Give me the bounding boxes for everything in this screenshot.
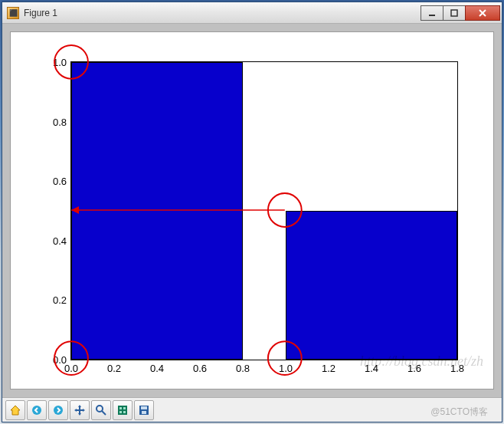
- svg-point-2: [32, 406, 41, 415]
- titlebar: ⬛ Figure 1: [2, 2, 502, 24]
- close-icon: [478, 8, 487, 18]
- y-tick-label: 0.8: [53, 116, 67, 127]
- svg-rect-10: [123, 411, 126, 413]
- y-tick-label: 0.4: [53, 235, 67, 246]
- watermark-attrib: @51CTO博客: [430, 406, 488, 419]
- window-title: Figure 1: [24, 8, 57, 18]
- x-tick-label: 1.4: [365, 363, 378, 374]
- bar-rect: [71, 62, 243, 360]
- svg-rect-12: [141, 406, 147, 409]
- svg-rect-13: [142, 411, 146, 414]
- svg-rect-6: [118, 406, 127, 415]
- x-tick-label: 0.0: [64, 363, 78, 374]
- save-icon: [138, 404, 150, 416]
- maximize-icon: [450, 9, 458, 17]
- x-tick-label: 1.0: [279, 363, 293, 374]
- svg-rect-1: [451, 10, 457, 16]
- minimize-icon: [428, 9, 436, 17]
- svg-point-3: [54, 406, 63, 415]
- toolbar-zoom-button[interactable]: [91, 400, 111, 420]
- app-icon: ⬛: [7, 7, 19, 19]
- window-controls: [421, 5, 500, 21]
- forward-icon: [52, 404, 64, 416]
- x-tick-label: 1.6: [407, 363, 421, 374]
- y-tick-label: 1.0: [53, 57, 67, 68]
- close-button[interactable]: [465, 5, 500, 21]
- x-tick-label: 0.4: [150, 363, 164, 374]
- x-tick-label: 0.2: [107, 363, 121, 374]
- zoom-icon: [95, 404, 107, 416]
- x-tick-label: 1.8: [450, 363, 464, 374]
- toolbar-save-button[interactable]: [134, 400, 154, 420]
- x-tick-label: 1.2: [322, 363, 335, 374]
- toolbar-pan-button[interactable]: [70, 400, 90, 420]
- svg-line-5: [102, 411, 106, 415]
- svg-rect-9: [119, 411, 122, 413]
- toolbar-back-button[interactable]: [27, 400, 47, 420]
- pan-icon: [74, 404, 86, 416]
- toolbar-subplots-button[interactable]: [113, 400, 133, 420]
- nav-toolbar: @51CTO博客: [2, 397, 502, 422]
- subplots-icon: [116, 404, 129, 416]
- home-icon: [9, 404, 21, 416]
- svg-point-4: [97, 406, 103, 412]
- svg-rect-7: [119, 407, 122, 409]
- x-tick-label: 0.8: [236, 363, 250, 374]
- svg-rect-0: [429, 15, 435, 16]
- back-icon: [31, 404, 43, 416]
- maximize-button[interactable]: [443, 5, 466, 21]
- toolbar-forward-button[interactable]: [48, 400, 68, 420]
- svg-rect-8: [123, 407, 126, 409]
- y-tick-label: 0.2: [53, 294, 67, 306]
- bar-rect: [286, 211, 457, 360]
- figure-canvas[interactable]: 0.00.20.40.60.81.00.00.20.40.60.81.01.21…: [10, 31, 494, 389]
- x-tick-label: 0.6: [193, 363, 207, 374]
- figure-window: ⬛ Figure 1 0.00.20.40.60.81.00.00.20.40.…: [2, 2, 502, 422]
- toolbar-home-button[interactable]: [5, 400, 25, 420]
- axes: 0.00.20.40.60.81.00.00.20.40.60.81.01.21…: [70, 61, 458, 360]
- minimize-button[interactable]: [421, 5, 443, 21]
- canvas-area: 0.00.20.40.60.81.00.00.20.40.60.81.01.21…: [2, 24, 502, 397]
- y-tick-label: 0.6: [53, 176, 67, 187]
